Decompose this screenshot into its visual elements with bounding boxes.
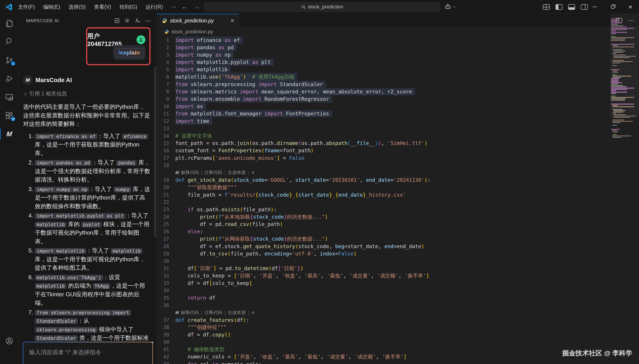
explain-command-chip[interactable]: /explain (115, 48, 144, 57)
tab-close-icon[interactable]: × (230, 17, 234, 24)
minimap-line (611, 31, 616, 31)
forward-arrow-icon[interactable]: → (194, 3, 200, 10)
codelens-close[interactable]: ✕ (251, 170, 255, 175)
toggle-sidebar-icon[interactable] (556, 4, 562, 10)
minimap-line (611, 42, 636, 44)
code-line-text: from matplotlib.font_manager import Font… (175, 110, 332, 117)
sidebar-scrollbar[interactable] (154, 66, 156, 238)
new-chat-icon[interactable] (114, 18, 120, 24)
user-avatar (136, 35, 146, 44)
account-icon[interactable] (0, 334, 18, 348)
line-number: 28 (157, 244, 175, 249)
minimap-line (614, 110, 626, 111)
minimap-line (614, 117, 630, 118)
codelens-actions: M解释代码|注释代码|生成单测|✕ (157, 309, 610, 316)
code-line-text: import matplotlib.pyplot as plt (175, 58, 274, 66)
line-number: 24 (157, 214, 175, 220)
breadcrumb[interactable]: stock_prediction.py (157, 27, 639, 36)
code-line: 19def get_stock_data(stock_code='GOOGL',… (157, 176, 610, 184)
code-line: 25 df = pd.read_csv(file_path) (157, 220, 610, 228)
explanation-list-item: 5.import matplotlib：导入了 matplotlib 库，这是一… (23, 246, 150, 272)
titlebar: 文件(F)编辑(E)选择(S)查看(V)转到(G)运行(R)⋯ ← → stoc… (0, 0, 639, 14)
citation-toggle[interactable]: › 引用 1 相关信息 (23, 90, 150, 97)
command-center-search[interactable]: stock_prediction (204, 2, 440, 12)
explanation-list-item: 3.import numpy as np：导入了 numpy 库，这是一个用于数… (23, 185, 150, 211)
toggle-panel-icon[interactable] (568, 4, 575, 10)
codelens-comment[interactable]: 注释代码 (204, 310, 222, 316)
minimap[interactable] (611, 19, 636, 138)
codelens-unittest[interactable]: 生成单测 (228, 310, 246, 316)
sidebar-title: MARSCODE AI (26, 18, 114, 23)
code-line-text: # 确保数值类型 (175, 346, 224, 353)
tab-stock-prediction[interactable]: stock_prediction.py × (157, 14, 239, 27)
code-line-text: import os (175, 103, 206, 110)
settings-gear-icon[interactable] (124, 18, 130, 24)
codelens-comment[interactable]: 注释代码 (204, 170, 222, 176)
minimap-line (612, 106, 634, 107)
codelens-explain[interactable]: 解释代码 (181, 170, 199, 176)
code-line: 41 # 确保数值类型 (157, 346, 610, 353)
minimap-line (612, 105, 618, 106)
robot-icon (444, 3, 452, 10)
codelens-close[interactable]: ✕ (251, 310, 255, 316)
extensions-update-badge (10, 116, 16, 122)
minimap-line (612, 76, 631, 76)
line-number: 20 (157, 185, 175, 190)
back-arrow-icon[interactable]: ← (182, 3, 188, 10)
codelens-explain[interactable]: 解释代码 (181, 310, 199, 316)
ai-assistant-menu[interactable] (444, 0, 456, 14)
line-number: 14 (157, 133, 175, 139)
inline-code-chip: pyplot (81, 222, 102, 228)
codelens-actions: M解释代码|注释代码|生成单测|✕ (157, 169, 610, 176)
list-item-number: 3. (28, 185, 33, 194)
minimize-button[interactable] (586, 0, 604, 14)
line-number: 18 (157, 162, 175, 168)
menu-item[interactable]: 查看(V) (90, 2, 115, 12)
codelens-unittest[interactable]: 生成单测 (228, 170, 246, 176)
chat-input-box[interactable]: 输入消息或者 “/” 来选择指令 # (23, 342, 153, 364)
search-sidebar-icon[interactable] (0, 34, 18, 48)
menu-item[interactable]: ⋯ (168, 2, 180, 12)
minimap-line (612, 72, 618, 72)
source-control-icon[interactable]: 1 (0, 53, 18, 68)
menu-item[interactable]: 转到(G) (116, 2, 141, 12)
inline-code-chip: pandas (116, 160, 137, 166)
code-line-text: def create_features(df): (175, 317, 249, 323)
line-number: 1 (157, 37, 175, 43)
line-number: 34 (157, 288, 175, 293)
code-line: 42 numeric_cols = ['开盘', '收盘', '最高', '最低… (157, 353, 610, 360)
code-line: 14# 设置中文字体 (157, 132, 610, 140)
assistant-explanation-list: 1.import efinance as ef：导入了 efinance 库，这… (23, 132, 150, 364)
minimap-line (612, 65, 617, 66)
remote-explorer-icon[interactable] (0, 90, 18, 104)
restore-button[interactable] (604, 0, 622, 14)
run-debug-icon[interactable] (0, 71, 18, 86)
user-command-bubble: /explain (113, 45, 146, 60)
explorer-icon[interactable] (0, 16, 18, 31)
menu-item[interactable]: 选择(S) (65, 2, 90, 12)
minimap-line (611, 78, 619, 79)
close-button[interactable]: × (622, 0, 639, 14)
extensions-icon[interactable] (0, 108, 18, 123)
customize-layout-icon[interactable] (543, 4, 550, 10)
inline-code-chip: import efinance as ef (35, 134, 98, 140)
menu-item[interactable]: 编辑(E) (39, 2, 64, 12)
code-line: 15font_path = os.path.join(os.path.dirna… (157, 140, 610, 147)
menu-item[interactable]: 运行(R) (142, 2, 167, 12)
assistant-response: M MarsCode AI › 引用 1 相关信息 选中的代码主要是导入了一些必… (23, 76, 150, 364)
code-content[interactable]: 1import efinance as ef2import pandas as … (157, 36, 610, 364)
minimap-line (611, 20, 618, 21)
marscode-ai-icon[interactable]: M (0, 127, 18, 142)
line-number: 2 (157, 44, 175, 50)
minimap-line (611, 44, 634, 44)
minimap-line (611, 29, 627, 30)
code-line: 34 (157, 287, 610, 294)
inline-code-chip: from sklearn.preprocessing import Standa… (35, 310, 131, 324)
minimap-line (612, 130, 618, 131)
list-item-number: 7. (28, 308, 33, 317)
share-profile-icon[interactable] (134, 18, 140, 24)
user-message-highlight-box: 用户2048712765 /explain (86, 27, 150, 65)
menu-item[interactable]: 文件(F) (14, 2, 38, 12)
code-line: 5import matplotlib (157, 66, 610, 73)
more-actions-icon[interactable]: ⋯ (145, 17, 151, 24)
